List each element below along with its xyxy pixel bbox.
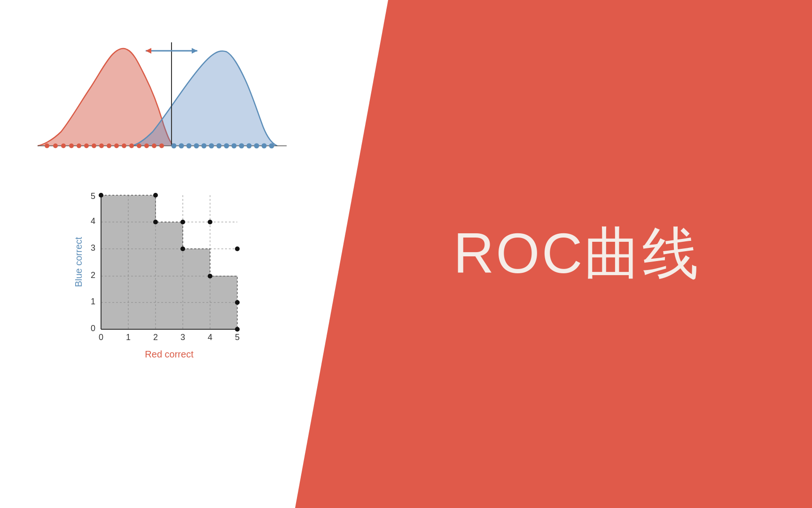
svg-point-19 — [152, 143, 156, 148]
distribution-chart — [33, 28, 296, 169]
svg-point-22 — [179, 143, 184, 149]
svg-point-15 — [122, 143, 126, 148]
svg-point-51 — [208, 220, 212, 224]
svg-point-18 — [144, 143, 149, 148]
svg-text:3: 3 — [180, 333, 185, 342]
page-title: ROC曲线 — [453, 216, 701, 293]
svg-text:5: 5 — [235, 333, 240, 342]
svg-point-8 — [69, 143, 74, 148]
svg-point-10 — [84, 143, 89, 148]
svg-text:4: 4 — [91, 216, 95, 226]
svg-point-16 — [129, 143, 134, 148]
svg-point-14 — [114, 143, 119, 148]
svg-point-20 — [159, 143, 164, 148]
svg-point-12 — [99, 143, 104, 148]
svg-marker-36 — [101, 195, 237, 329]
svg-text:2: 2 — [91, 270, 95, 280]
svg-text:1: 1 — [126, 333, 131, 342]
svg-point-9 — [77, 143, 81, 148]
svg-point-56 — [235, 327, 240, 332]
svg-point-54 — [208, 274, 212, 278]
svg-point-34 — [269, 143, 274, 149]
svg-text:4: 4 — [208, 333, 212, 342]
svg-point-50 — [180, 220, 185, 224]
svg-point-24 — [194, 143, 199, 149]
svg-text:Red correct: Red correct — [145, 349, 194, 359]
svg-point-11 — [92, 143, 96, 148]
svg-text:2: 2 — [153, 333, 158, 342]
svg-point-49 — [153, 220, 158, 224]
svg-point-32 — [254, 143, 259, 149]
left-panel: 0 1 2 3 4 5 0 1 2 3 4 5 Blue correct Red… — [0, 0, 329, 508]
svg-point-17 — [137, 143, 141, 148]
svg-point-30 — [239, 143, 244, 149]
svg-text:0: 0 — [91, 324, 95, 333]
svg-point-13 — [107, 143, 111, 148]
svg-text:Blue correct: Blue correct — [75, 237, 84, 287]
svg-point-26 — [209, 143, 214, 149]
right-panel: ROC曲线 — [342, 0, 812, 508]
svg-point-55 — [235, 300, 240, 305]
svg-text:5: 5 — [91, 191, 95, 201]
svg-point-28 — [224, 143, 229, 149]
svg-point-31 — [247, 143, 252, 149]
svg-point-21 — [172, 143, 177, 149]
svg-marker-3 — [146, 48, 151, 54]
svg-point-6 — [53, 143, 58, 148]
roc-plot: 0 1 2 3 4 5 0 1 2 3 4 5 Blue correct Red… — [75, 188, 254, 367]
svg-point-5 — [45, 143, 49, 148]
svg-point-33 — [262, 143, 267, 149]
svg-text:0: 0 — [99, 333, 103, 342]
svg-point-7 — [61, 143, 66, 148]
svg-point-48 — [153, 193, 158, 198]
svg-point-25 — [202, 143, 207, 149]
svg-text:1: 1 — [91, 297, 95, 306]
svg-point-52 — [180, 246, 185, 251]
svg-point-27 — [217, 143, 222, 149]
svg-text:3: 3 — [91, 243, 95, 253]
svg-point-23 — [187, 143, 192, 149]
svg-point-47 — [99, 193, 103, 198]
svg-marker-4 — [192, 48, 197, 54]
svg-point-29 — [232, 143, 237, 149]
svg-point-53 — [235, 246, 240, 251]
